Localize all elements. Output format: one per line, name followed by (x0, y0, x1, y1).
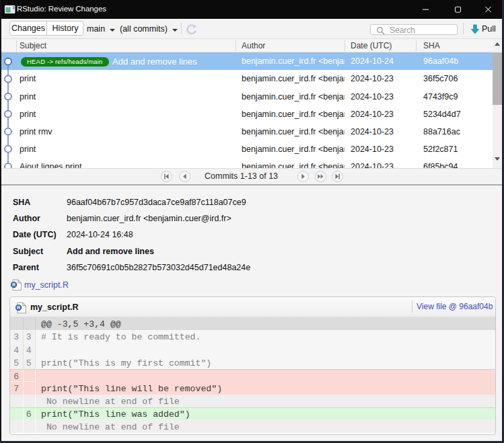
svg-text:R: R (17, 305, 20, 310)
svg-text:R: R (12, 282, 15, 287)
